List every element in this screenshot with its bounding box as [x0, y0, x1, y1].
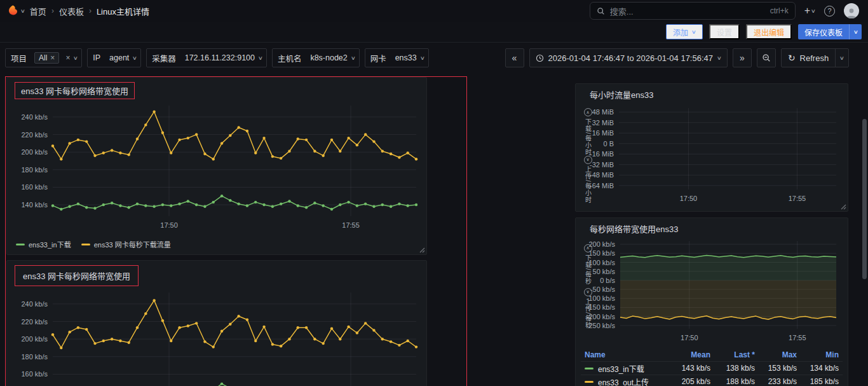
filter-hostname-label: 主机名	[273, 49, 307, 67]
grafana-app: ∨ 首页 › 仪表板 › Linux主机详情 搜索... ctrl+k + ∨	[0, 0, 868, 386]
time-controls: « 2026-01-04 17:46:47 to 2026-01-04 17:5…	[505, 48, 849, 67]
refresh-button[interactable]: ↻ Refresh	[782, 49, 835, 67]
svg-text:240 kb/s: 240 kb/s	[21, 113, 48, 121]
filter-nic[interactable]: 网卡 ens33 ∨	[365, 48, 429, 67]
axis-label: 下载/每秒	[583, 254, 593, 285]
panel-header[interactable]: ens33 网卡每秒网络带宽使用	[12, 264, 421, 287]
refresh-interval-dropdown[interactable]: ∨	[835, 49, 848, 67]
refresh-icon: ↻	[788, 53, 796, 63]
search-input[interactable]: 搜索... ctrl+k	[590, 2, 796, 20]
clock-icon	[536, 54, 544, 62]
chevron-down-icon: ∨	[132, 55, 137, 61]
edit-toolbar: 添加 ∨ 设置 退出编辑 保存仪表板 ∨	[0, 22, 868, 43]
panel-title: 每小时流量ens33	[590, 90, 653, 100]
axis-group: ∨ 上传/每秒	[583, 288, 593, 329]
user-avatar[interactable]	[844, 3, 859, 18]
resize-handle[interactable]	[840, 203, 846, 210]
svg-text:140 kb/s: 140 kb/s	[21, 201, 48, 209]
clear-icon[interactable]: ×	[65, 53, 70, 62]
add-menu-button[interactable]: + ∨	[804, 5, 815, 17]
chevron-down-icon: ∨	[351, 55, 356, 61]
filter-collector[interactable]: 采集器 172.16.11.232:9100 ∨	[146, 48, 267, 67]
axis-group: ∨ 上传/每小时	[583, 156, 593, 203]
vertical-axis-labels: ∧ 下载/每小时 ∨ 上传/每小时	[581, 108, 595, 192]
column-header[interactable]: Min	[797, 350, 839, 359]
stat-last: 188 kb/s	[710, 377, 755, 386]
svg-text:48 MiB: 48 MiB	[592, 108, 614, 116]
breadcrumb-home[interactable]: 首页	[30, 5, 46, 17]
table-row[interactable]: ens33_in下载 143 kb/s 138 kb/s 153 kb/s 13…	[581, 361, 843, 375]
save-dashboard-dropdown[interactable]: ∨	[849, 24, 862, 39]
chevron-down-icon: ∨	[853, 29, 858, 35]
stats-table: Name Mean Last * Max Min ens33_in下载 143 …	[581, 348, 843, 386]
legend-label: ens33_in下载	[29, 239, 71, 249]
svg-text:17:55: 17:55	[789, 195, 806, 202]
time-range-picker[interactable]: 2026-01-04 17:46:47 to 2026-01-04 17:56:…	[529, 48, 728, 67]
svg-text:17:50: 17:50	[681, 334, 698, 341]
timeseries-chart[interactable]: 240 kb/s220 kb/s200 kb/s180 kb/s160 kb/s…	[12, 100, 421, 238]
resize-handle[interactable]	[419, 247, 425, 253]
svg-text:180 kb/s: 180 kb/s	[21, 353, 48, 361]
settings-button[interactable]: 设置	[709, 24, 740, 39]
help-button[interactable]: ?	[824, 6, 835, 17]
panel-header[interactable]: 每秒网络带宽使用ens33	[581, 221, 843, 236]
save-dashboard-button[interactable]: 保存仪表板	[798, 24, 849, 39]
svg-text:17:55: 17:55	[342, 221, 360, 229]
axis-group: ∧ 下载/每小时	[583, 108, 593, 156]
user-icon	[845, 7, 858, 18]
filter-hostname[interactable]: 主机名 k8s-node2 ∨	[272, 48, 360, 67]
axis-down-icon: ∨	[584, 288, 592, 296]
breadcrumb: 首页 › 仪表板 › Linux主机详情	[30, 5, 149, 17]
breadcrumb-separator-icon: ›	[89, 6, 92, 15]
column-header[interactable]: Max	[755, 350, 797, 359]
time-shift-forward-button[interactable]: »	[733, 48, 752, 67]
zoom-out-button[interactable]	[757, 48, 776, 67]
table-row[interactable]: ens33_out上传 205 kb/s 188 kb/s 233 kb/s 1…	[581, 375, 843, 386]
timeseries-chart[interactable]: 240 kb/s220 kb/s200 kb/s180 kb/s160 kb/s…	[12, 287, 421, 386]
panel-title: 每秒网络带宽使用ens33	[590, 224, 678, 234]
chevron-down-icon: ∨	[717, 55, 722, 61]
chevron-down-icon: ∨	[20, 8, 25, 14]
svg-text:180 kb/s: 180 kb/s	[21, 166, 48, 174]
vertical-scrollbar[interactable]	[862, 119, 867, 279]
svg-text:50 kb/s: 50 kb/s	[593, 268, 616, 275]
add-panel-button[interactable]: 添加 ∨	[666, 24, 703, 39]
series-swatch	[585, 381, 593, 383]
panel-header[interactable]: ens33 网卡每秒网络带宽使用	[12, 81, 421, 100]
panel-header[interactable]: 每小时流量ens33	[581, 87, 843, 102]
refresh-label: Refresh	[800, 53, 829, 63]
timeseries-chart[interactable]: ∧ 下载/每秒 ∨ 上传/每秒 200 kb/s150 kb/s100 kb/s…	[581, 236, 843, 347]
vertical-axis-labels: ∧ 下载/每秒 ∨ 上传/每秒	[581, 242, 595, 330]
svg-text:17:50: 17:50	[160, 221, 178, 229]
panel-bandwidth-1: ens33 网卡每秒网络带宽使用 240 kb/s220 kb/s200 kb/…	[6, 77, 427, 255]
axis-label: 下载/每小时	[583, 118, 593, 156]
time-shift-back-button[interactable]: «	[505, 48, 524, 67]
close-icon[interactable]: ×	[50, 53, 55, 62]
filter-nic-label: 网卡	[365, 49, 391, 67]
exit-edit-button[interactable]: 退出编辑	[746, 24, 792, 39]
stat-max: 153 kb/s	[755, 364, 797, 373]
axis-down-icon: ∨	[584, 156, 592, 164]
column-header[interactable]: Name	[585, 350, 668, 359]
timeseries-chart[interactable]: ∧ 下载/每小时 ∨ 上传/每小时 48 MiB32 MiB16 MiB0 B-…	[581, 102, 843, 209]
stat-min: 134 kb/s	[797, 364, 839, 373]
filter-ip[interactable]: IP agent ∨	[87, 48, 141, 67]
filter-project-label: 项目	[6, 49, 32, 67]
legend-item[interactable]: ens33_in下载	[16, 239, 71, 249]
column-header[interactable]: Last *	[710, 350, 755, 359]
svg-text:0 B: 0 B	[603, 140, 614, 148]
breadcrumb-dashboards[interactable]: 仪表板	[59, 5, 84, 17]
svg-text:160 kb/s: 160 kb/s	[21, 183, 48, 191]
svg-text:17:55: 17:55	[789, 334, 806, 341]
svg-text:220 kb/s: 220 kb/s	[21, 318, 48, 326]
legend-item[interactable]: ens33 网卡每秒下载流量	[81, 239, 171, 249]
filter-project-chip[interactable]: All ×	[34, 52, 59, 64]
nav-right-group: 搜索... ctrl+k + ∨ ?	[590, 2, 859, 20]
search-placeholder: 搜索...	[610, 5, 765, 17]
column-header[interactable]: Mean	[668, 350, 710, 359]
chevron-down-icon: ∨	[258, 55, 263, 61]
grafana-logo[interactable]: ∨	[6, 4, 25, 17]
chevron-down-icon: ∨	[691, 29, 696, 35]
axis-up-icon: ∧	[584, 244, 592, 252]
filter-project[interactable]: 项目 All × × ∨	[5, 48, 82, 67]
